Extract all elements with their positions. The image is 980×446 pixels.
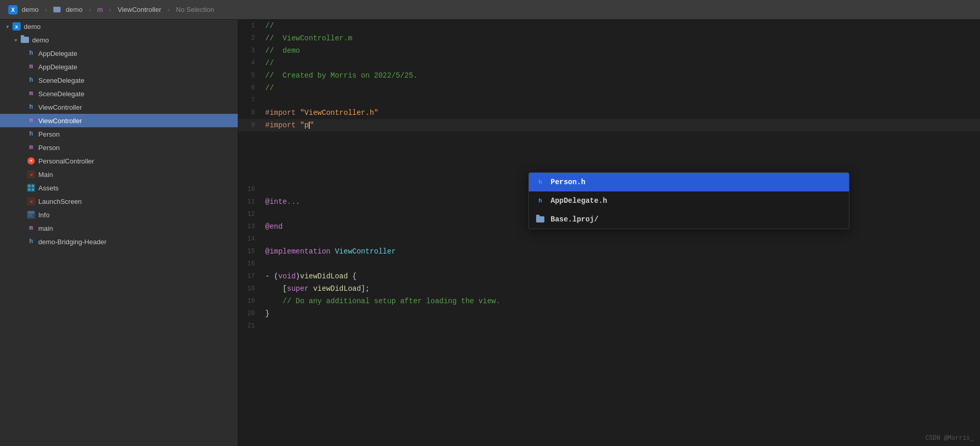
code-line-5: 5 // Created by Morris on 2022/5/25.	[238, 69, 980, 82]
m-icon-viewcontroller: m	[27, 116, 35, 125]
line-content-15: @implementation ViewController	[263, 245, 980, 258]
sidebar-item-bridging-header[interactable]: h demo-Bridging-Header	[0, 235, 238, 248]
m-icon-scenedelegate: m	[27, 90, 35, 98]
line-num-14: 14	[238, 233, 263, 245]
line-content-21	[263, 320, 980, 332]
breadcrumb-filename[interactable]: ViewController	[118, 6, 161, 13]
ac-label-appdelegate-h: AppDelegate.h	[551, 197, 607, 205]
breadcrumb-folder[interactable]: demo	[66, 6, 83, 13]
main-content: X demo demo h AppDelegate m AppDelegate …	[0, 20, 980, 446]
code-line-1: 1 //	[238, 20, 980, 32]
sidebar-item-appdelegate-h[interactable]: h AppDelegate	[0, 47, 238, 60]
sidebar-item-root-demo[interactable]: X demo	[0, 20, 238, 33]
line-num-18: 18	[238, 283, 263, 295]
chevron-spacer	[19, 104, 25, 110]
breadcrumb-selection: No Selection	[176, 6, 214, 13]
m-icon-main: m	[27, 224, 35, 232]
ac-icon-h-person: h	[535, 177, 545, 187]
sidebar-item-person-h[interactable]: h Person	[0, 127, 238, 141]
code-line-21: 21	[238, 320, 980, 332]
sidebar-item-personalcontroller[interactable]: PersonalController	[0, 154, 238, 168]
line-num-16: 16	[238, 258, 263, 270]
code-line-3: 3 // demo	[238, 44, 980, 57]
sidebar-label-person-h: Person	[38, 130, 60, 138]
info-icon	[27, 211, 35, 219]
chevron-spacer	[19, 117, 25, 124]
svg-rect-15	[28, 213, 34, 214]
line-content-7	[263, 94, 980, 107]
code-line-8: 8 #import "ViewController.h"	[238, 107, 980, 119]
sidebar-item-scenedelegate-m[interactable]: m SceneDelegate	[0, 87, 238, 100]
line-num-5: 5	[238, 69, 263, 82]
breadcrumb-filetype[interactable]: m	[97, 6, 103, 13]
sidebar-item-person-m[interactable]: m Person	[0, 141, 238, 154]
sidebar-item-appdelegate-m[interactable]: m AppDelegate	[0, 60, 238, 73]
line-content-2: // ViewController.m	[263, 32, 980, 44]
code-line-20: 20 }	[238, 307, 980, 320]
h-icon-scenedelegate: h	[27, 76, 35, 84]
sidebar-label-person-m: Person	[38, 144, 60, 152]
autocomplete-item-appdelegate-h[interactable]: h AppDelegate.h	[529, 191, 849, 210]
folder-icon-sm	[53, 7, 61, 12]
sidebar-item-launchscreen[interactable]: ✕ LaunchScreen	[0, 195, 238, 208]
sidebar-item-viewcontroller-m[interactable]: m ViewController	[0, 114, 238, 127]
breadcrumb-sep-2: ›	[89, 6, 91, 13]
sidebar-label-viewcontroller-m: ViewController	[38, 117, 82, 125]
sidebar-item-scenedelegate-h[interactable]: h SceneDelegate	[0, 73, 238, 87]
swift-icon-personalcontroller	[27, 157, 35, 165]
project-icon: X	[12, 22, 21, 31]
line-content-8: #import "ViewController.h"	[263, 107, 980, 119]
sidebar-label-launchscreen: LaunchScreen	[38, 198, 82, 205]
line-content-17: - (void)viewDidLoad {	[263, 270, 980, 283]
sidebar-item-main-xib[interactable]: ✕ Main	[0, 168, 238, 181]
sidebar-label-main-xib: Main	[38, 171, 53, 179]
svg-rect-9	[28, 188, 31, 191]
chevron-spacer	[19, 131, 25, 137]
sidebar-item-main-m[interactable]: m main	[0, 221, 238, 235]
chevron-root	[4, 23, 10, 29]
sidebar-item-folder-demo[interactable]: demo	[0, 33, 238, 47]
breadcrumb: X demo › demo › m › ViewController › No …	[8, 5, 214, 14]
svg-rect-7	[28, 185, 31, 187]
autocomplete-item-person-h[interactable]: h Person.h	[529, 173, 849, 191]
line-num-9: 9	[238, 119, 263, 131]
chevron-spacer	[19, 171, 25, 177]
chevron-spacer	[19, 144, 25, 151]
svg-text:✕: ✕	[30, 200, 33, 204]
chevron-spacer	[19, 64, 25, 70]
sidebar-item-assets[interactable]: Assets	[0, 181, 238, 195]
sidebar-label-root-demo: demo	[24, 23, 41, 31]
sidebar-item-viewcontroller-h[interactable]: h ViewController	[0, 100, 238, 114]
code-line-16: 16	[238, 258, 980, 270]
svg-rect-14	[28, 212, 34, 213]
line-content-20: }	[263, 307, 980, 320]
svg-rect-17	[28, 216, 33, 217]
line-num-7: 7	[238, 94, 263, 107]
chevron-spacer	[19, 212, 25, 218]
chevron-spacer	[19, 198, 25, 204]
breadcrumb-project[interactable]: demo	[22, 6, 39, 13]
h-icon-person: h	[27, 130, 35, 138]
autocomplete-item-base-lproj[interactable]: Base.lproj/	[529, 210, 849, 229]
svg-text:✕: ✕	[30, 173, 33, 177]
sidebar-item-info[interactable]: Info	[0, 208, 238, 221]
chevron-spacer	[19, 225, 25, 231]
sidebar-label-appdelegate-m: AppDelegate	[38, 63, 77, 71]
editor[interactable]: 1 // 2 // ViewController.m 3 // demo 4 /…	[238, 20, 980, 446]
svg-rect-16	[28, 215, 32, 216]
sidebar-label-folder-demo: demo	[32, 36, 49, 44]
h-icon-appdelegate: h	[27, 49, 35, 57]
assets-icon	[27, 184, 35, 192]
line-num-11: 11	[238, 196, 263, 208]
sidebar-label-main-m: main	[38, 225, 53, 232]
svg-text:X: X	[11, 7, 15, 13]
code-line-2: 2 // ViewController.m	[238, 32, 980, 44]
line-content-3: // demo	[263, 44, 980, 57]
code-line-17: 17 - (void)viewDidLoad {	[238, 270, 980, 283]
sidebar-label-scenedelegate-h: SceneDelegate	[38, 77, 84, 84]
line-num-19: 19	[238, 295, 263, 307]
folder-icon-demo	[21, 37, 29, 43]
sidebar-label-scenedelegate-m: SceneDelegate	[38, 90, 84, 98]
sidebar-label-viewcontroller-h: ViewController	[38, 103, 82, 111]
chevron-spacer	[19, 158, 25, 164]
